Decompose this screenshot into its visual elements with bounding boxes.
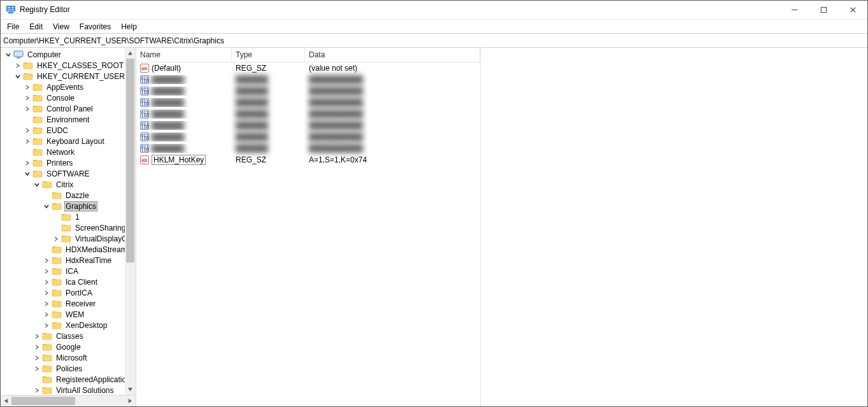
vscroll-track[interactable] <box>125 59 136 384</box>
minimize-button[interactable] <box>779 1 809 19</box>
chevron-down-icon[interactable] <box>24 170 31 178</box>
value-row[interactable]: (Default)REG_SZ(value not set) <box>136 62 480 74</box>
tree-node[interactable]: VirtuAll Solutions <box>1 385 136 395</box>
tree-node-label[interactable]: Ica Client <box>64 278 99 287</box>
tree-node-label[interactable]: HDXMediaStream <box>64 245 129 254</box>
value-name-cell[interactable]: HKLM_HotKey <box>136 155 232 165</box>
value-row[interactable]: ██████████████████████ <box>136 74 480 85</box>
tree-node-label[interactable]: RegisteredApplications <box>55 375 136 384</box>
tree-node[interactable]: EUDC <box>1 125 136 136</box>
tree-node-label[interactable]: Policies <box>55 364 83 373</box>
value-row[interactable]: ██████████████████████ <box>136 131 480 143</box>
menu-view[interactable]: View <box>48 21 75 32</box>
tree-node[interactable]: Control Panel <box>1 103 136 114</box>
value-row[interactable]: ██████████████████████ <box>136 143 480 154</box>
tree-node[interactable]: 1 <box>1 211 136 222</box>
chevron-right-icon[interactable] <box>43 278 50 286</box>
tree-node[interactable]: WEM <box>1 309 136 320</box>
tree-node[interactable]: ICA <box>1 266 136 276</box>
scroll-up-button[interactable] <box>125 48 136 59</box>
tree-node[interactable]: AppEvents <box>1 82 136 92</box>
tree-node-label[interactable]: AppEvents <box>45 83 85 92</box>
value-name-cell[interactable]: ██████ <box>136 75 232 84</box>
value-row[interactable]: ██████████████████████ <box>136 108 480 120</box>
tree-node-label[interactable]: Citrix <box>55 180 75 189</box>
tree-node-label[interactable]: HdxRealTime <box>64 256 113 265</box>
value-name-cell[interactable]: ██████ <box>136 98 232 107</box>
column-header-type[interactable]: Type <box>232 48 305 62</box>
tree-horizontal-scrollbar[interactable] <box>1 395 136 406</box>
chevron-right-icon[interactable] <box>24 83 31 91</box>
tree-node-label[interactable]: Console <box>45 94 76 103</box>
chevron-right-icon[interactable] <box>33 332 41 340</box>
chevron-down-icon[interactable] <box>4 51 12 59</box>
chevron-right-icon[interactable] <box>24 105 31 113</box>
value-row[interactable]: ██████████████████████ <box>136 85 480 97</box>
tree-node[interactable]: Printers <box>1 157 136 168</box>
tree-node[interactable]: Google <box>1 341 136 352</box>
maximize-button[interactable] <box>809 1 838 19</box>
menu-favorites[interactable]: Favorites <box>75 21 116 32</box>
tree-node[interactable]: Computer <box>1 49 136 60</box>
chevron-down-icon[interactable] <box>43 203 50 210</box>
column-header-data[interactable]: Data <box>305 48 480 62</box>
tree-vertical-scrollbar[interactable] <box>125 48 136 395</box>
chevron-right-icon[interactable] <box>43 268 50 275</box>
hscroll-track[interactable] <box>11 396 125 406</box>
menu-file[interactable]: File <box>2 21 24 32</box>
tree-node[interactable]: SOFTWARE <box>1 168 136 179</box>
value-name-cell[interactable]: ██████ <box>136 144 232 153</box>
tree-node-label[interactable]: Computer <box>26 50 62 59</box>
tree-node-label[interactable]: EUDC <box>45 126 69 135</box>
hscroll-thumb[interactable] <box>11 397 75 405</box>
tree-node[interactable]: HDXMediaStream <box>1 244 136 255</box>
scroll-right-button[interactable] <box>125 396 136 406</box>
tree-node[interactable]: RegisteredApplications <box>1 374 136 385</box>
chevron-down-icon[interactable] <box>33 181 41 189</box>
chevron-right-icon[interactable] <box>24 127 31 134</box>
tree-node-label[interactable]: XenDesktop <box>64 321 108 330</box>
value-name-cell[interactable]: ██████ <box>136 87 232 96</box>
scroll-left-button[interactable] <box>1 396 11 406</box>
tree-node[interactable]: XenDesktop <box>1 320 136 331</box>
menu-help[interactable]: Help <box>116 21 142 32</box>
value-name-edit[interactable]: HKLM_HotKey <box>152 155 206 165</box>
tree-node[interactable]: HKEY_CURRENT_USER <box>1 71 136 82</box>
value-row[interactable]: ██████████████████████ <box>136 97 480 108</box>
tree-node-label[interactable]: HKEY_CURRENT_USER <box>36 72 126 81</box>
chevron-right-icon[interactable] <box>43 322 50 329</box>
tree-node[interactable]: PortICA <box>1 287 136 298</box>
value-name-cell[interactable]: ██████ <box>136 110 232 118</box>
value-name-cell[interactable]: ██████ <box>136 121 232 130</box>
value-name-cell[interactable]: ██████ <box>136 132 232 141</box>
tree-node-label[interactable]: Keyboard Layout <box>45 137 106 146</box>
chevron-right-icon[interactable] <box>14 62 22 69</box>
menu-edit[interactable]: Edit <box>24 21 48 32</box>
chevron-right-icon[interactable] <box>33 343 41 351</box>
close-button[interactable] <box>838 1 867 19</box>
tree-node[interactable]: Policies <box>1 363 136 374</box>
tree-node-label[interactable]: Graphics <box>64 201 97 211</box>
tree-node-label[interactable]: Receiver <box>64 299 97 308</box>
tree-node[interactable]: VirtualDisplayC <box>1 233 136 244</box>
tree-node-label[interactable]: Network <box>45 148 76 157</box>
chevron-right-icon[interactable] <box>52 235 60 243</box>
chevron-right-icon[interactable] <box>24 138 31 145</box>
chevron-right-icon[interactable] <box>24 159 31 167</box>
tree-node-label[interactable]: VirtuAll Solutions <box>55 386 115 395</box>
tree-node-label[interactable]: WEM <box>64 310 85 319</box>
tree-node[interactable]: Console <box>1 92 136 103</box>
tree-node-label[interactable]: ICA <box>64 267 80 276</box>
chevron-right-icon[interactable] <box>43 257 50 264</box>
value-row[interactable]: ██████████████████████ <box>136 120 480 131</box>
tree-node[interactable]: HKEY_CLASSES_ROOT <box>1 60 136 71</box>
chevron-right-icon[interactable] <box>24 94 31 102</box>
tree-node[interactable]: Environment <box>1 114 136 125</box>
tree-node[interactable]: Keyboard Layout <box>1 136 136 146</box>
tree-node-label[interactable]: HKEY_CLASSES_ROOT <box>36 61 125 70</box>
tree-node[interactable]: Ica Client <box>1 276 136 287</box>
tree-node-label[interactable]: Control Panel <box>45 104 94 113</box>
scroll-down-button[interactable] <box>125 384 136 395</box>
tree-node-label[interactable]: Google <box>55 343 82 352</box>
tree-node[interactable]: ScreenSharing <box>1 222 136 233</box>
